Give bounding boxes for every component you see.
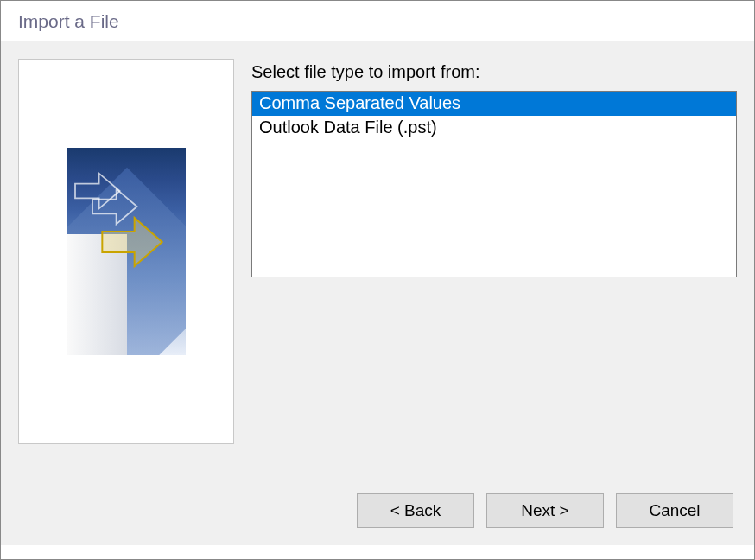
list-item[interactable]: Outlook Data File (.pst): [252, 116, 736, 140]
cancel-button[interactable]: Cancel: [616, 493, 733, 528]
file-type-listbox[interactable]: Comma Separated Values Outlook Data File…: [251, 91, 737, 277]
main-panel: Select file type to import from: Comma S…: [251, 59, 737, 456]
list-item[interactable]: Comma Separated Values: [252, 92, 736, 116]
back-button[interactable]: < Back: [357, 493, 474, 528]
import-icon: [67, 148, 186, 355]
dialog-title: Import a File: [1, 1, 754, 41]
wizard-image-panel: [18, 59, 234, 444]
dialog-content: Select file type to import from: Comma S…: [1, 41, 754, 474]
button-bar: < Back Next > Cancel: [1, 474, 754, 545]
next-button[interactable]: Next >: [486, 493, 604, 528]
instruction-label: Select file type to import from:: [251, 62, 737, 82]
